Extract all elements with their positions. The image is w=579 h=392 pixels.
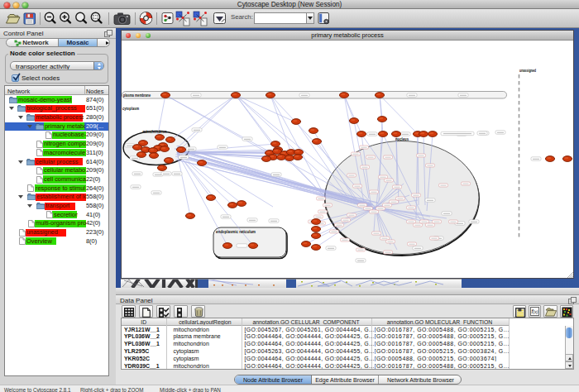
svg-text:cytoplasm: cytoplasm xyxy=(122,106,139,111)
svg-text:endoplasmic reticulum: endoplasmic reticulum xyxy=(216,229,256,234)
svg-text:unassigned: unassigned xyxy=(519,68,536,73)
svg-text:mitochondrion: mitochondrion xyxy=(143,129,167,134)
svg-text:plasma membrane: plasma membrane xyxy=(123,93,151,98)
